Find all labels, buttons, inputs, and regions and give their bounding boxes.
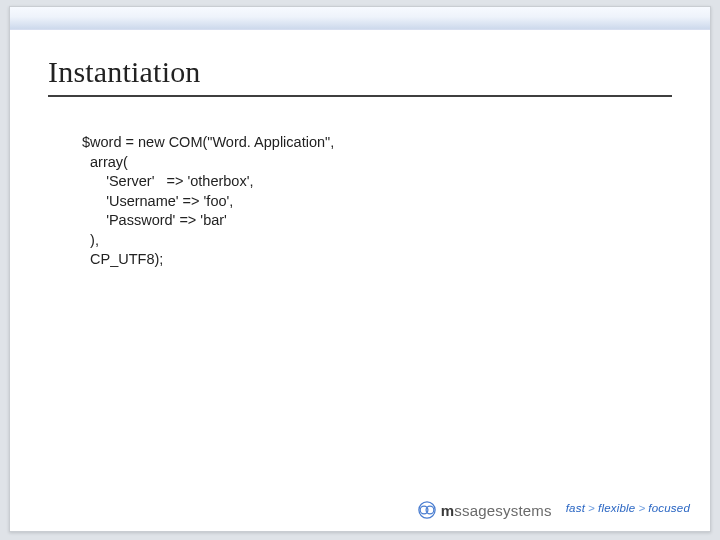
top-accent-bar	[10, 7, 710, 30]
brand-text: mssagesystems	[441, 502, 552, 519]
brand-prefix: m	[441, 502, 455, 519]
code-line: array(	[82, 154, 128, 170]
svg-point-2	[426, 506, 434, 514]
code-line: $word = new COM("Word. Application",	[82, 134, 334, 150]
tagline-word: flexible	[598, 502, 635, 514]
brand: mssagesystems	[418, 498, 552, 519]
tagline: fast>flexible>focused	[566, 502, 690, 514]
title-underline	[48, 95, 672, 97]
code-line: 'Server' => 'otherbox',	[82, 173, 253, 189]
code-line: 'Username' => 'foo',	[82, 193, 233, 209]
code-block: $word = new COM("Word. Application", arr…	[10, 105, 710, 270]
tagline-word: focused	[648, 502, 690, 514]
code-line: 'Password' => 'bar'	[82, 212, 227, 228]
slide: Instantiation $word = new COM("Word. App…	[9, 6, 711, 532]
code-line: CP_UTF8);	[82, 251, 163, 267]
slide-title: Instantiation	[48, 55, 672, 89]
footer: mssagesystems fast>flexible>focused	[10, 493, 710, 531]
svg-point-0	[419, 501, 435, 517]
code-line: ),	[82, 232, 99, 248]
tagline-separator-icon: >	[635, 502, 648, 514]
brand-logo-icon	[418, 501, 436, 519]
tagline-word: fast	[566, 502, 585, 514]
brand-suffix: ssagesystems	[454, 502, 551, 519]
tagline-separator-icon: >	[585, 502, 598, 514]
